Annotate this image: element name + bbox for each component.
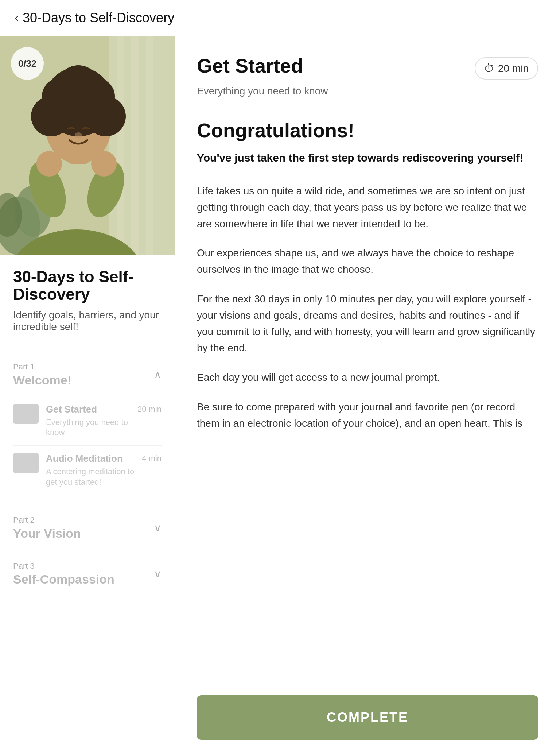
part-2-header[interactable]: Part 2 Your Vision ∨: [13, 515, 162, 541]
part-1-label: Part 1: [13, 362, 71, 372]
part-1-chevron: ∧: [154, 369, 162, 381]
complete-button-bar: COMPLETE: [175, 688, 560, 747]
lesson-description: A centering meditation to get you starte…: [46, 467, 135, 487]
lesson-thumbnail: [13, 453, 39, 473]
course-subtitle: Identify goals, barriers, and your incre…: [13, 309, 162, 333]
duration-text: 20 min: [498, 63, 529, 74]
body-paragraph-4: Each day you will get access to a new jo…: [197, 369, 538, 386]
part-1-header[interactable]: Part 1 Welcome! ∧: [13, 362, 162, 387]
svg-rect-4: [146, 36, 153, 255]
svg-rect-3: [131, 36, 139, 255]
part-1-label-group: Part 1 Welcome!: [13, 362, 71, 387]
list-item[interactable]: Get Started Everything you need to know …: [13, 396, 162, 445]
lesson-header: Get Started ⏱ 20 min: [197, 54, 538, 80]
part-3-chevron: ∨: [154, 568, 162, 580]
course-info: 30-Days to Self-Discovery Identify goals…: [0, 255, 175, 352]
body-paragraph-3: For the next 30 days in only 10 minutes …: [197, 291, 538, 356]
lesson-duration: 20 min: [137, 405, 162, 414]
lesson-thumbnail: [13, 404, 39, 424]
svg-rect-2: [117, 36, 124, 255]
part-section-1: Part 1 Welcome! ∧ Get Started Everything…: [0, 352, 175, 505]
part-3-name: Self-Compassion: [13, 572, 114, 587]
part-1-lessons: Get Started Everything you need to know …: [13, 396, 162, 495]
svg-point-21: [51, 89, 80, 118]
list-item[interactable]: Audio Meditation A centering meditation …: [13, 445, 162, 495]
part-3-header[interactable]: Part 3 Self-Compassion ∨: [13, 561, 162, 587]
right-column: Get Started ⏱ 20 min Everything you need…: [175, 36, 560, 747]
clock-icon: ⏱: [484, 62, 494, 74]
lesson-details: Get Started Everything you need to know: [46, 404, 130, 438]
lesson-title: Audio Meditation: [46, 453, 135, 464]
part-section-2: Part 2 Your Vision ∨: [0, 505, 175, 551]
svg-point-22: [77, 89, 106, 118]
part-3-label-group: Part 3 Self-Compassion: [13, 561, 114, 587]
congratulations-subheading: You've just taken the first step towards…: [197, 150, 538, 166]
course-image: 0/32: [0, 36, 175, 255]
body-paragraph-5: Be sure to come prepared with your journ…: [197, 399, 538, 432]
course-title: 30-Days to Self-Discovery: [13, 268, 162, 303]
header-title: 30-Days to Self-Discovery: [23, 10, 174, 26]
lesson-duration: 4 min: [142, 454, 162, 463]
back-button[interactable]: ‹ 30-Days to Self-Discovery: [15, 10, 174, 26]
main-layout: 0/32 30-Days to Self-Discovery Identify …: [0, 36, 560, 747]
part-2-label: Part 2: [13, 515, 81, 525]
progress-text: 0/32: [18, 58, 37, 69]
back-icon: ‹: [15, 10, 19, 26]
lesson-title: Get Started: [46, 404, 130, 415]
lesson-name: Get Started: [197, 54, 303, 77]
part-2-label-group: Part 2 Your Vision: [13, 515, 81, 541]
body-paragraph-2: Our experiences shape us, and we always …: [197, 245, 538, 278]
part-1-name: Welcome!: [13, 373, 71, 387]
time-badge: ⏱ 20 min: [475, 57, 538, 80]
part-3-label: Part 3: [13, 561, 114, 571]
part-section-3: Part 3 Self-Compassion ∨: [0, 551, 175, 597]
left-column: 0/32 30-Days to Self-Discovery Identify …: [0, 36, 175, 747]
part-2-name: Your Vision: [13, 526, 81, 541]
body-paragraph-1: Life takes us on quite a wild ride, and …: [197, 183, 538, 232]
header: ‹ 30-Days to Self-Discovery: [0, 0, 560, 36]
right-content: Get Started ⏱ 20 min Everything you need…: [175, 36, 560, 747]
svg-point-23: [75, 132, 82, 138]
complete-button[interactable]: COMPLETE: [197, 695, 538, 740]
progress-badge: 0/32: [11, 47, 44, 80]
part-2-chevron: ∨: [154, 522, 162, 534]
lesson-details: Audio Meditation A centering meditation …: [46, 453, 135, 487]
congratulations-heading: Congratulations!: [197, 119, 538, 142]
lesson-tagline: Everything you need to know: [197, 85, 538, 97]
lesson-description: Everything you need to know: [46, 417, 130, 438]
